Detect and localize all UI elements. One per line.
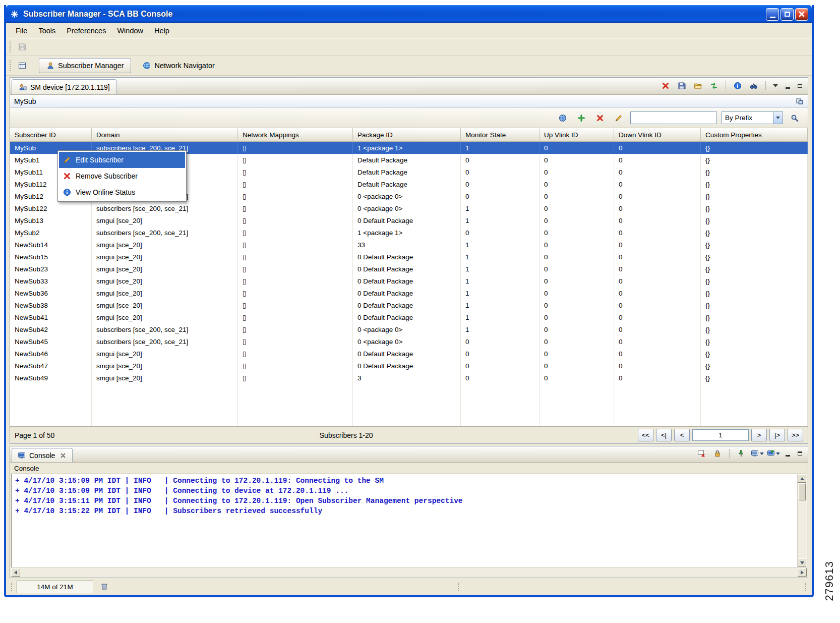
menu-preferences[interactable]: Preferences <box>61 25 111 37</box>
cell: {} <box>701 287 808 299</box>
cell: ▯ <box>238 263 353 275</box>
remove-subscriber-button[interactable] <box>593 111 607 125</box>
context-menu-item-view-online-status[interactable]: View Online Status <box>59 184 185 200</box>
clear-console-icon <box>697 449 706 458</box>
cell: NewSub47 <box>10 360 92 372</box>
tab-subscriber-manager[interactable]: Subscriber Manager <box>39 58 131 73</box>
cell: 0 Default Package <box>353 311 461 323</box>
cell: 0 <box>614 323 701 335</box>
tab-console[interactable]: Console <box>12 448 73 462</box>
table-row[interactable]: NewSub45subscribers [sce_200, sce_21]▯0 … <box>10 335 808 348</box>
menu-help[interactable]: Help <box>149 25 175 37</box>
perspective-grip[interactable] <box>10 60 12 71</box>
clear-console-button[interactable] <box>694 447 708 460</box>
scrollbar-thumb[interactable] <box>798 483 806 500</box>
arrow-left-icon <box>14 571 17 575</box>
close-tab-icon[interactable] <box>58 451 67 460</box>
column-header-monitor-state[interactable]: Monitor State <box>461 128 539 141</box>
page-nav-button[interactable]: >> <box>788 429 803 441</box>
column-header-network-mappings[interactable]: Network Mappings <box>238 128 353 141</box>
column-header-custom-properties[interactable]: Custom Properties <box>701 128 808 141</box>
dropdown-button[interactable] <box>773 112 783 124</box>
table-header: Subscriber IDDomainNetwork MappingsPacka… <box>10 128 808 142</box>
page-nav-button[interactable]: > <box>751 429 767 441</box>
minimize-button[interactable] <box>766 8 779 21</box>
save-icon <box>18 43 27 51</box>
view-menu-button[interactable] <box>770 81 781 90</box>
column-header-up-vlink-id[interactable]: Up Vlink ID <box>539 128 614 141</box>
context-menu-item-edit-subscriber[interactable]: Edit Subscriber <box>59 152 185 168</box>
menu-window[interactable]: Window <box>111 25 149 37</box>
toolbar-grip[interactable] <box>10 41 12 52</box>
subscriber-filter-input[interactable] <box>630 111 717 124</box>
menu-file[interactable]: File <box>10 25 33 37</box>
cell: {} <box>701 226 808 239</box>
table-row[interactable]: NewSub36smgui [sce_20]▯0 Default Package… <box>10 287 808 299</box>
scroll-down-button[interactable] <box>798 558 806 567</box>
column-header-package-id[interactable]: Package ID <box>353 128 461 141</box>
table-row[interactable]: NewSub38smgui [sce_20]▯0 Default Package… <box>10 299 808 311</box>
open-console-button[interactable] <box>766 447 781 460</box>
close-button[interactable] <box>795 8 808 21</box>
page-nav-button[interactable]: |> <box>769 429 785 441</box>
scrollbar-track[interactable] <box>798 501 806 558</box>
page-nav-button[interactable]: < <box>674 429 690 441</box>
menu-tools[interactable]: Tools <box>33 25 61 37</box>
horizontal-scrollbar[interactable] <box>11 568 807 577</box>
columns-icon[interactable] <box>795 97 804 105</box>
add-subscriber-button[interactable] <box>574 111 588 125</box>
minimize-console-button[interactable] <box>783 449 793 458</box>
scroll-left-button[interactable] <box>11 568 20 577</box>
filter-type-dropdown[interactable]: By Prefix <box>722 111 783 124</box>
run-garbage-collector-button[interactable] <box>97 580 111 593</box>
table-row[interactable]: NewSub42subscribers [sce_200, sce_21]▯0 … <box>10 323 808 335</box>
table-row[interactable]: MySub2subscribers [sce_200, sce_21]▯1 <p… <box>10 226 808 239</box>
vertical-scrollbar[interactable] <box>797 474 806 567</box>
save-button[interactable] <box>15 40 29 53</box>
save-subscribers-button[interactable] <box>675 79 689 92</box>
table-row[interactable]: NewSub49smgui [sce_20]▯3000{} <box>10 372 808 384</box>
context-menu-item-remove-subscriber[interactable]: Remove Subscriber <box>59 168 185 184</box>
import-subscribers-button[interactable] <box>691 79 705 92</box>
refresh-button[interactable] <box>556 111 570 125</box>
cell: 0 <box>461 335 539 348</box>
scrollbar-track[interactable] <box>20 568 798 577</box>
table-row[interactable]: NewSub23smgui [sce_20]▯0 Default Package… <box>10 263 808 275</box>
maximize-console-button[interactable] <box>795 449 805 458</box>
scroll-up-button[interactable] <box>798 474 806 483</box>
display-console-button[interactable] <box>750 447 764 460</box>
open-perspective-button[interactable] <box>15 59 29 72</box>
cell: Default Package <box>353 154 461 166</box>
page-nav-button[interactable]: <| <box>656 429 672 441</box>
minimize-view-button[interactable] <box>783 81 793 90</box>
view-tab-sm-device[interactable]: SM device [172.20.1.119] <box>12 79 116 94</box>
table-row[interactable]: MySub122subscribers [sce_200, sce_21]▯0 … <box>10 202 808 214</box>
delete-subscribers-button[interactable] <box>658 79 673 92</box>
table-row[interactable]: NewSub41smgui [sce_20]▯0 Default Package… <box>10 311 808 323</box>
table-row[interactable]: NewSub47smgui [sce_20]▯0 Default Package… <box>10 360 808 372</box>
edit-subscriber-button[interactable] <box>612 111 626 125</box>
sm-device-view: SM device [172.20.1.119] MySub <box>10 77 808 444</box>
column-header-down-vlink-id[interactable]: Down Vlink ID <box>614 128 701 141</box>
tab-network-navigator[interactable]: Network Navigator <box>136 58 221 73</box>
maximize-button[interactable] <box>781 8 794 21</box>
table-row[interactable]: NewSub33smgui [sce_20]▯0 Default Package… <box>10 275 808 287</box>
table-row[interactable]: NewSub14smgui [sce_20]▯33100{} <box>10 239 808 251</box>
view-online-status-button[interactable] <box>731 79 745 92</box>
page-number-input[interactable] <box>692 429 749 441</box>
page-nav-button[interactable]: << <box>638 429 653 441</box>
table-row[interactable]: NewSub15smgui [sce_20]▯0 Default Package… <box>10 251 808 263</box>
pin-console-button[interactable] <box>734 447 748 460</box>
find-subscribers-button[interactable] <box>747 79 761 92</box>
search-button[interactable] <box>788 111 802 125</box>
scroll-lock-button[interactable] <box>710 447 725 460</box>
column-header-domain[interactable]: Domain <box>92 128 238 141</box>
title-bar[interactable]: Subscriber Manager - SCA BB Console <box>6 5 812 23</box>
export-subscribers-button[interactable] <box>707 79 721 92</box>
table-row[interactable]: MySub13smgui [sce_20]▯0 Default Package1… <box>10 214 808 226</box>
column-header-subscriber-id[interactable]: Subscriber ID <box>10 128 92 141</box>
scroll-right-button[interactable] <box>798 568 807 577</box>
table-row[interactable]: NewSub46smgui [sce_20]▯0 Default Package… <box>10 348 808 360</box>
cell: 0 <box>539 311 614 323</box>
maximize-view-button[interactable] <box>795 81 805 90</box>
